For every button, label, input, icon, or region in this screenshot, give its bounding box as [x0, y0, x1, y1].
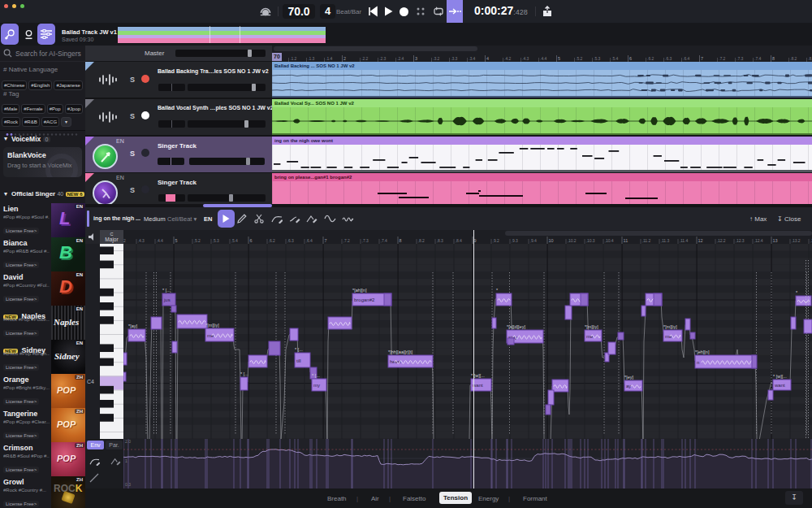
svg-text:,12.4: ,12.4 [754, 238, 763, 243]
svg-text:.4.2: .4.2 [504, 56, 512, 61]
svg-text:.4.4: .4.4 [540, 56, 547, 61]
svg-text:* [...: * [... [312, 373, 320, 378]
svg-text:6: 6 [250, 238, 253, 243]
svg-text:.2.3: .2.3 [379, 56, 387, 61]
svg-text:,10.3: ,10.3 [586, 238, 595, 243]
svg-text:.1.3: .1.3 [308, 56, 315, 61]
svg-text:.7.4: .7.4 [754, 56, 762, 61]
svg-text:,7.2: ,7.2 [343, 238, 351, 243]
svg-text:,7.4: ,7.4 [381, 238, 388, 243]
svg-text:* [...: * [... [162, 288, 171, 293]
svg-text:8: 8 [772, 56, 775, 61]
svg-text:,10.2: ,10.2 [568, 238, 577, 243]
svg-text:,5.2: ,5.2 [194, 238, 201, 243]
svg-text:5: 5 [558, 56, 560, 61]
svg-text:.3.4: .3.4 [469, 56, 476, 61]
svg-text:,4.2: ,4.2 [123, 238, 126, 243]
svg-text:,8.2: ,8.2 [418, 238, 425, 243]
svg-text:,9.2: ,9.2 [493, 238, 500, 243]
svg-text:.8.2: .8.2 [790, 56, 797, 61]
svg-text:12: 12 [698, 238, 703, 243]
svg-text:.5.3: .5.3 [594, 56, 601, 61]
svg-text:7: 7 [701, 56, 703, 61]
svg-text:.6.4: .6.4 [683, 56, 690, 61]
svg-text:* [w][...: * [w][... [773, 374, 787, 379]
svg-text:.1.4: .1.4 [326, 56, 333, 61]
svg-text:8: 8 [400, 238, 402, 243]
svg-text:.3.2: .3.2 [433, 56, 440, 61]
svg-text:4: 4 [486, 56, 489, 61]
svg-text:,4.4: ,4.4 [157, 238, 164, 243]
svg-text:11: 11 [624, 238, 628, 243]
svg-text:.2.4: .2.4 [397, 56, 404, 61]
svg-text:3: 3 [415, 56, 417, 61]
svg-text:*[m][iy]: *[m][iy] [205, 323, 219, 328]
svg-text:.5.2: .5.2 [576, 56, 583, 61]
svg-text:ay: ay [626, 384, 631, 389]
svg-text:,12.3: ,12.3 [736, 238, 745, 243]
svg-text:.6.2: .6.2 [647, 56, 654, 61]
svg-text:,6.2: ,6.2 [269, 238, 276, 243]
svg-text:.2.2: .2.2 [361, 56, 369, 61]
svg-text:,8.3: ,8.3 [437, 238, 444, 243]
svg-text:me: me [665, 334, 672, 339]
svg-text:*[eh][n]: *[eh][n] [695, 350, 710, 354]
svg-text:13: 13 [773, 238, 778, 243]
svg-text:.1.2: .1.2 [290, 56, 297, 61]
svg-text:,11.4: ,11.4 [680, 238, 689, 243]
svg-text:*[hh][aa][r][t]: *[hh][aa][r][t] [388, 350, 412, 354]
svg-text:*[ey]: *[ey] [624, 375, 633, 380]
svg-text:,11.3: ,11.3 [661, 238, 670, 243]
svg-text:.8.3: .8.3 [808, 56, 812, 61]
svg-text:.3.3: .3.3 [451, 56, 458, 61]
svg-text:brogan#2: brogan#2 [354, 297, 375, 302]
svg-text:,5.4: ,5.4 [231, 238, 239, 243]
svg-text:,9.4: ,9.4 [530, 238, 538, 243]
svg-text:.6.3: .6.3 [665, 56, 672, 61]
svg-text:,12.2: ,12.2 [717, 238, 726, 243]
svg-text:*[m][iy]: *[m][iy] [663, 324, 677, 329]
svg-text:,8.4: ,8.4 [456, 238, 463, 243]
svg-text:me: me [586, 334, 594, 339]
svg-text:*[ah][n]: *[ah][n] [352, 288, 367, 293]
svg-text:10: 10 [549, 238, 554, 243]
svg-text:,10.4: ,10.4 [605, 238, 614, 243]
svg-text:5: 5 [175, 238, 178, 243]
svg-text:*[m][iy]: *[m][iy] [585, 324, 598, 329]
svg-text:* [...: * [... [240, 371, 248, 376]
svg-text:,6.4: ,6.4 [306, 238, 313, 243]
svg-text:till: till [296, 358, 301, 363]
svg-text:.5.4: .5.4 [611, 56, 619, 61]
svg-text:,9.3: ,9.3 [512, 238, 519, 243]
svg-text:2: 2 [343, 56, 346, 61]
svg-text:,6.3: ,6.3 [287, 238, 295, 243]
svg-text:my: my [313, 383, 320, 388]
svg-text:6: 6 [629, 56, 632, 61]
svg-text:,13.2: ,13.2 [792, 238, 801, 243]
svg-text:,11.2: ,11.2 [642, 238, 651, 243]
svg-text:* [...: * [... [295, 347, 303, 352]
svg-text:*[ay]: *[ay] [128, 323, 137, 328]
svg-text:jus: jus [163, 297, 171, 302]
svg-text:.7.3: .7.3 [736, 56, 744, 61]
svg-text:7: 7 [325, 238, 327, 243]
svg-text:n: n [697, 360, 699, 365]
svg-text:.4.3: .4.3 [522, 56, 529, 61]
svg-text:want: want [774, 383, 785, 388]
svg-text:,4.3: ,4.3 [138, 238, 145, 243]
svg-text:.7.2: .7.2 [719, 56, 726, 61]
svg-text:,7.3: ,7.3 [362, 238, 369, 243]
svg-text:*[s][d][ey]: *[s][d][ey] [507, 324, 525, 329]
svg-text:,5.3: ,5.3 [213, 238, 220, 243]
